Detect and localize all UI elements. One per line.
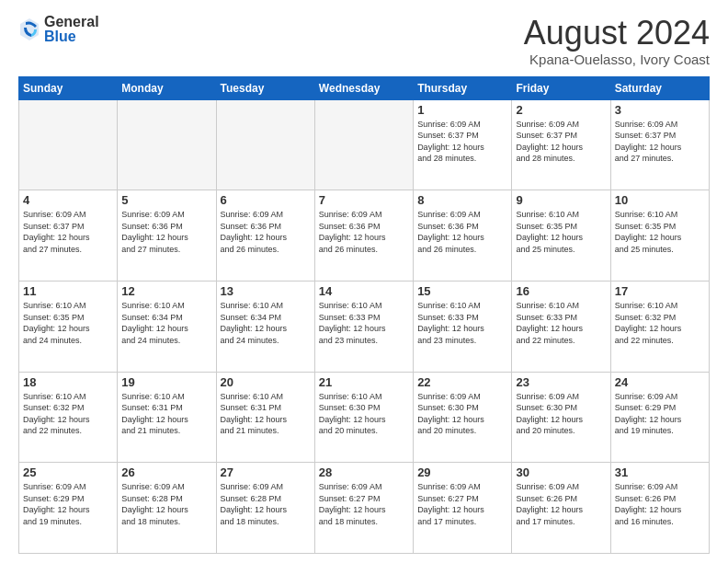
calendar-week-4: 18Sunrise: 6:10 AM Sunset: 6:32 PM Dayli… bbox=[19, 372, 710, 463]
logo-icon bbox=[18, 17, 40, 42]
day-info: Sunrise: 6:10 AM Sunset: 6:34 PM Dayligh… bbox=[121, 300, 211, 346]
day-info: Sunrise: 6:10 AM Sunset: 6:30 PM Dayligh… bbox=[319, 391, 409, 437]
day-number: 3 bbox=[615, 103, 705, 117]
day-info: Sunrise: 6:09 AM Sunset: 6:37 PM Dayligh… bbox=[23, 209, 113, 255]
calendar-cell: 29Sunrise: 6:09 AM Sunset: 6:27 PM Dayli… bbox=[414, 463, 512, 554]
day-info: Sunrise: 6:09 AM Sunset: 6:29 PM Dayligh… bbox=[23, 481, 113, 527]
col-saturday: Saturday bbox=[610, 76, 709, 99]
calendar-cell: 19Sunrise: 6:10 AM Sunset: 6:31 PM Dayli… bbox=[118, 372, 216, 463]
logo-general-text: General bbox=[44, 15, 99, 29]
calendar-cell: 3Sunrise: 6:09 AM Sunset: 6:37 PM Daylig… bbox=[610, 99, 709, 190]
col-wednesday: Wednesday bbox=[314, 76, 413, 99]
calendar-cell: 28Sunrise: 6:09 AM Sunset: 6:27 PM Dayli… bbox=[314, 463, 413, 554]
day-info: Sunrise: 6:10 AM Sunset: 6:35 PM Dayligh… bbox=[516, 209, 606, 255]
day-info: Sunrise: 6:09 AM Sunset: 6:27 PM Dayligh… bbox=[417, 481, 507, 527]
calendar-week-1: 1Sunrise: 6:09 AM Sunset: 6:37 PM Daylig… bbox=[19, 99, 710, 190]
location-subtitle: Kpana-Ouelasso, Ivory Coast bbox=[524, 52, 710, 67]
calendar-cell: 27Sunrise: 6:09 AM Sunset: 6:28 PM Dayli… bbox=[216, 463, 314, 554]
day-info: Sunrise: 6:10 AM Sunset: 6:34 PM Dayligh… bbox=[221, 300, 311, 346]
calendar-cell: 24Sunrise: 6:09 AM Sunset: 6:29 PM Dayli… bbox=[610, 372, 709, 463]
day-number: 6 bbox=[221, 193, 311, 207]
day-number: 21 bbox=[319, 375, 409, 389]
day-number: 27 bbox=[221, 465, 311, 479]
calendar-cell: 7Sunrise: 6:09 AM Sunset: 6:36 PM Daylig… bbox=[314, 190, 413, 282]
day-info: Sunrise: 6:10 AM Sunset: 6:31 PM Dayligh… bbox=[221, 391, 311, 437]
day-info: Sunrise: 6:09 AM Sunset: 6:37 PM Dayligh… bbox=[516, 119, 606, 165]
day-info: Sunrise: 6:10 AM Sunset: 6:35 PM Dayligh… bbox=[23, 300, 113, 346]
col-sunday: Sunday bbox=[19, 76, 118, 99]
day-number: 2 bbox=[516, 103, 606, 117]
day-info: Sunrise: 6:10 AM Sunset: 6:32 PM Dayligh… bbox=[615, 300, 705, 346]
day-number: 30 bbox=[516, 465, 606, 479]
day-number: 14 bbox=[319, 284, 409, 298]
calendar-cell: 15Sunrise: 6:10 AM Sunset: 6:33 PM Dayli… bbox=[414, 281, 512, 372]
calendar-cell: 6Sunrise: 6:09 AM Sunset: 6:36 PM Daylig… bbox=[216, 190, 314, 282]
day-info: Sunrise: 6:09 AM Sunset: 6:36 PM Dayligh… bbox=[319, 209, 409, 255]
day-number: 19 bbox=[121, 375, 211, 389]
calendar-table: Sunday Monday Tuesday Wednesday Thursday… bbox=[18, 76, 710, 554]
day-number: 4 bbox=[23, 193, 113, 207]
calendar-cell: 18Sunrise: 6:10 AM Sunset: 6:32 PM Dayli… bbox=[19, 372, 118, 463]
day-number: 31 bbox=[615, 465, 705, 479]
calendar-cell: 4Sunrise: 6:09 AM Sunset: 6:37 PM Daylig… bbox=[19, 190, 118, 282]
calendar-week-5: 25Sunrise: 6:09 AM Sunset: 6:29 PM Dayli… bbox=[19, 463, 710, 554]
calendar-week-3: 11Sunrise: 6:10 AM Sunset: 6:35 PM Dayli… bbox=[19, 281, 710, 372]
logo: General Blue bbox=[18, 15, 99, 44]
day-info: Sunrise: 6:09 AM Sunset: 6:36 PM Dayligh… bbox=[121, 209, 211, 255]
calendar-week-2: 4Sunrise: 6:09 AM Sunset: 6:37 PM Daylig… bbox=[19, 190, 710, 282]
day-info: Sunrise: 6:09 AM Sunset: 6:30 PM Dayligh… bbox=[417, 391, 507, 437]
day-number: 26 bbox=[121, 465, 211, 479]
calendar-cell: 12Sunrise: 6:10 AM Sunset: 6:34 PM Dayli… bbox=[118, 281, 216, 372]
col-tuesday: Tuesday bbox=[216, 76, 314, 99]
calendar-cell: 21Sunrise: 6:10 AM Sunset: 6:30 PM Dayli… bbox=[314, 372, 413, 463]
day-info: Sunrise: 6:09 AM Sunset: 6:37 PM Dayligh… bbox=[417, 119, 507, 165]
day-number: 1 bbox=[417, 103, 507, 117]
calendar-cell: 14Sunrise: 6:10 AM Sunset: 6:33 PM Dayli… bbox=[314, 281, 413, 372]
calendar-cell bbox=[118, 99, 216, 190]
day-number: 7 bbox=[319, 193, 409, 207]
day-info: Sunrise: 6:10 AM Sunset: 6:33 PM Dayligh… bbox=[319, 300, 409, 346]
day-number: 10 bbox=[615, 193, 705, 207]
day-number: 15 bbox=[417, 284, 507, 298]
calendar-cell: 30Sunrise: 6:09 AM Sunset: 6:26 PM Dayli… bbox=[512, 463, 610, 554]
day-info: Sunrise: 6:09 AM Sunset: 6:26 PM Dayligh… bbox=[516, 481, 606, 527]
calendar-cell: 10Sunrise: 6:10 AM Sunset: 6:35 PM Dayli… bbox=[610, 190, 709, 282]
day-number: 22 bbox=[417, 375, 507, 389]
calendar-cell: 8Sunrise: 6:09 AM Sunset: 6:36 PM Daylig… bbox=[414, 190, 512, 282]
day-number: 13 bbox=[221, 284, 311, 298]
col-monday: Monday bbox=[118, 76, 216, 99]
day-info: Sunrise: 6:09 AM Sunset: 6:28 PM Dayligh… bbox=[221, 481, 311, 527]
day-info: Sunrise: 6:09 AM Sunset: 6:30 PM Dayligh… bbox=[516, 391, 606, 437]
day-number: 29 bbox=[417, 465, 507, 479]
day-info: Sunrise: 6:09 AM Sunset: 6:26 PM Dayligh… bbox=[615, 481, 705, 527]
calendar-cell bbox=[216, 99, 314, 190]
day-info: Sunrise: 6:09 AM Sunset: 6:27 PM Dayligh… bbox=[319, 481, 409, 527]
calendar-cell: 5Sunrise: 6:09 AM Sunset: 6:36 PM Daylig… bbox=[118, 190, 216, 282]
calendar-cell: 17Sunrise: 6:10 AM Sunset: 6:32 PM Dayli… bbox=[610, 281, 709, 372]
day-number: 24 bbox=[615, 375, 705, 389]
day-number: 9 bbox=[516, 193, 606, 207]
calendar-cell: 31Sunrise: 6:09 AM Sunset: 6:26 PM Dayli… bbox=[610, 463, 709, 554]
day-number: 18 bbox=[23, 375, 113, 389]
calendar-cell: 25Sunrise: 6:09 AM Sunset: 6:29 PM Dayli… bbox=[19, 463, 118, 554]
header: General Blue August 2024 Kpana-Ouelasso,… bbox=[18, 15, 710, 67]
day-number: 11 bbox=[23, 284, 113, 298]
calendar-cell bbox=[19, 99, 118, 190]
calendar-cell: 11Sunrise: 6:10 AM Sunset: 6:35 PM Dayli… bbox=[19, 281, 118, 372]
calendar-cell: 20Sunrise: 6:10 AM Sunset: 6:31 PM Dayli… bbox=[216, 372, 314, 463]
day-number: 5 bbox=[121, 193, 211, 207]
col-friday: Friday bbox=[512, 76, 610, 99]
day-info: Sunrise: 6:09 AM Sunset: 6:37 PM Dayligh… bbox=[615, 119, 705, 165]
page: General Blue August 2024 Kpana-Ouelasso,… bbox=[0, 0, 728, 563]
day-number: 8 bbox=[417, 193, 507, 207]
calendar-cell bbox=[314, 99, 413, 190]
calendar-cell: 26Sunrise: 6:09 AM Sunset: 6:28 PM Dayli… bbox=[118, 463, 216, 554]
day-info: Sunrise: 6:09 AM Sunset: 6:28 PM Dayligh… bbox=[121, 481, 211, 527]
calendar-header-row: Sunday Monday Tuesday Wednesday Thursday… bbox=[19, 76, 710, 99]
day-info: Sunrise: 6:09 AM Sunset: 6:36 PM Dayligh… bbox=[221, 209, 311, 255]
calendar-cell: 13Sunrise: 6:10 AM Sunset: 6:34 PM Dayli… bbox=[216, 281, 314, 372]
day-info: Sunrise: 6:10 AM Sunset: 6:31 PM Dayligh… bbox=[121, 391, 211, 437]
title-area: August 2024 Kpana-Ouelasso, Ivory Coast bbox=[524, 15, 710, 67]
col-thursday: Thursday bbox=[414, 76, 512, 99]
calendar-cell: 22Sunrise: 6:09 AM Sunset: 6:30 PM Dayli… bbox=[414, 372, 512, 463]
